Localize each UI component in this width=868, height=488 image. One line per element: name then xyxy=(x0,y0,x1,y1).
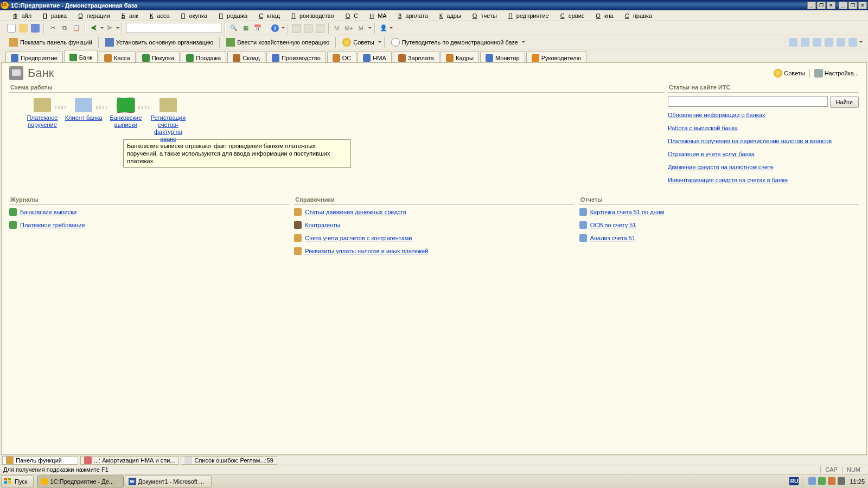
minimize-button[interactable]: _ xyxy=(807,2,816,9)
help-dropdown[interactable] xyxy=(281,22,285,34)
its-find-button[interactable]: Найти xyxy=(830,96,859,108)
guide-dropdown[interactable] xyxy=(522,36,526,48)
page-tips-button[interactable]: Советы xyxy=(774,69,805,78)
find-button[interactable]: 🔍 xyxy=(228,22,240,34)
ra2-button[interactable] xyxy=(799,36,811,48)
report-link-0[interactable]: Карточка счета 51 по дням xyxy=(590,209,665,215)
t2-button[interactable] xyxy=(302,22,314,34)
menu-нма[interactable]: НМА xyxy=(362,11,390,20)
ra1-button[interactable] xyxy=(787,36,799,48)
window-tab-1[interactable]: ...: Амортизация НМА и спи... xyxy=(80,456,178,465)
journal-link-1[interactable]: Платежное требование xyxy=(20,222,85,228)
forward-button[interactable]: ⮞ xyxy=(104,22,116,34)
ref-link-3[interactable]: Реквизиты уплаты налогов и иных платежей xyxy=(305,248,428,254)
tray-icon-2[interactable] xyxy=(818,477,826,486)
memory-mminus[interactable]: M- xyxy=(356,22,368,34)
scheme-node-1[interactable]: Клиент банка xyxy=(63,98,104,121)
menu-склад[interactable]: Склад xyxy=(251,11,284,20)
menu-сервис[interactable]: Сервис xyxy=(553,11,589,20)
tips-button[interactable]: Советы xyxy=(339,36,378,48)
tab-касса[interactable]: Касса xyxy=(99,51,136,62)
menu-операции[interactable]: Операции xyxy=(71,11,113,20)
t3-button[interactable] xyxy=(314,22,326,34)
inner-close-button[interactable]: ✕ xyxy=(827,2,835,9)
tab-предприятие[interactable]: Предприятие xyxy=(5,51,63,62)
memory-m[interactable]: M xyxy=(331,22,342,34)
clock[interactable]: 11:25 xyxy=(850,478,865,485)
set-org-button[interactable]: Установить основную организацию xyxy=(101,36,218,48)
ra3-button[interactable] xyxy=(811,36,823,48)
journal-link-0[interactable]: Банковские выписки xyxy=(20,209,76,215)
tab-руководителю[interactable]: Руководителю xyxy=(526,51,586,62)
tab-нма[interactable]: НМА xyxy=(358,51,391,62)
guide-button[interactable]: Путеводитель по демонстрационной базе xyxy=(387,36,522,48)
restore-button[interactable]: ❐ xyxy=(817,2,826,9)
cut-button[interactable]: ✂ xyxy=(47,22,59,34)
scheme-node-3[interactable]: Регистрация счетов-фактур на аванс xyxy=(148,98,188,143)
tab-продажа[interactable]: Продажа xyxy=(181,51,226,62)
menu-зарплата[interactable]: Зарплата xyxy=(391,11,432,20)
tab-покупка[interactable]: Покупка xyxy=(137,51,180,62)
back-dropdown[interactable] xyxy=(100,22,104,34)
tray-icon-1[interactable] xyxy=(808,477,816,486)
menu-касса[interactable]: Касса xyxy=(142,11,174,20)
open-button[interactable] xyxy=(17,22,29,34)
menu-окна[interactable]: Окна xyxy=(588,11,617,20)
menu-кадры[interactable]: Кадры xyxy=(432,11,465,20)
tray-icon-4[interactable] xyxy=(838,477,845,486)
ra5-button[interactable] xyxy=(835,36,847,48)
help-button[interactable]: i xyxy=(269,22,281,34)
t1-button[interactable] xyxy=(290,22,302,34)
lang-indicator[interactable]: RU xyxy=(789,477,799,485)
forward-dropdown[interactable] xyxy=(116,22,119,34)
user-button[interactable]: 👤 xyxy=(378,22,390,34)
copy-button[interactable]: ⧉ xyxy=(59,22,71,34)
outer-minimize-button[interactable]: _ xyxy=(839,2,847,9)
ref-link-0[interactable]: Статьи движения денежных средств xyxy=(305,209,406,215)
memory-mplus[interactable]: M+ xyxy=(342,22,356,34)
outer-restore-button[interactable]: ❐ xyxy=(848,2,857,9)
menu-отчеты[interactable]: Отчеты xyxy=(465,11,501,20)
memory-dropdown[interactable] xyxy=(368,22,372,34)
its-search-input[interactable] xyxy=(668,96,828,107)
user-dropdown[interactable] xyxy=(390,22,393,34)
ra6-button[interactable] xyxy=(847,36,859,48)
tips-dropdown[interactable] xyxy=(378,36,382,48)
menu-правка[interactable]: Правка xyxy=(35,11,71,20)
menu-банк[interactable]: Банк xyxy=(114,11,142,20)
ref-link-1[interactable]: Контрагенты xyxy=(305,222,340,228)
report-link-2[interactable]: Анализ счета 51 xyxy=(590,235,635,241)
report-link-1[interactable]: ОСВ по счету 51 xyxy=(590,222,636,228)
its-link-5[interactable]: Инвентаризация средств на счетах в банке xyxy=(668,176,859,184)
tab-кадры[interactable]: Кадры xyxy=(441,51,479,62)
show-panel-button[interactable]: Показать панель функций xyxy=(5,36,96,48)
save-button[interactable] xyxy=(29,22,41,34)
menu-продажа[interactable]: Продажа xyxy=(211,11,251,20)
menu-предприятие[interactable]: Предприятие xyxy=(501,11,553,20)
menu-покупка[interactable]: Покупка xyxy=(174,11,212,20)
menu-файл[interactable]: Файл xyxy=(5,11,35,20)
its-link-0[interactable]: Обновление информации о банках xyxy=(668,111,859,119)
ra4-button[interactable] xyxy=(823,36,835,48)
task-0[interactable]: 1С:Предприятие - Де... xyxy=(37,476,124,487)
menu-ос[interactable]: ОС xyxy=(338,11,362,20)
ref-link-2[interactable]: Счета учета расчетов с контрагентами xyxy=(305,235,412,241)
page-settings-button[interactable]: Настройка... xyxy=(814,69,859,78)
calc-button[interactable]: ▦ xyxy=(240,22,252,34)
tab-производство[interactable]: Производство xyxy=(266,51,326,62)
tab-банк[interactable]: Банк xyxy=(64,50,98,62)
tray-icon-3[interactable] xyxy=(828,477,835,486)
quick-search-input[interactable] xyxy=(126,23,221,33)
its-link-1[interactable]: Работа с выпиской банка xyxy=(668,124,859,132)
tab-ос[interactable]: ОС xyxy=(327,51,357,62)
back-button[interactable]: ⮜ xyxy=(88,22,100,34)
menu-производство[interactable]: Производство xyxy=(284,11,338,20)
scheme-node-2[interactable]: Банковские выписки xyxy=(106,98,146,129)
enter-op-button[interactable]: Ввести хозяйственную операцию xyxy=(222,36,333,48)
scheme-node-0[interactable]: Платежное поручение xyxy=(22,98,62,129)
window-tab-0[interactable]: Панель функций xyxy=(2,456,78,465)
calendar-button[interactable]: 📅 xyxy=(252,22,264,34)
menu-справка[interactable]: Справка xyxy=(617,11,656,20)
its-link-4[interactable]: Движение средств на валютном счете xyxy=(668,163,859,171)
start-button[interactable]: Пуск xyxy=(1,476,34,487)
